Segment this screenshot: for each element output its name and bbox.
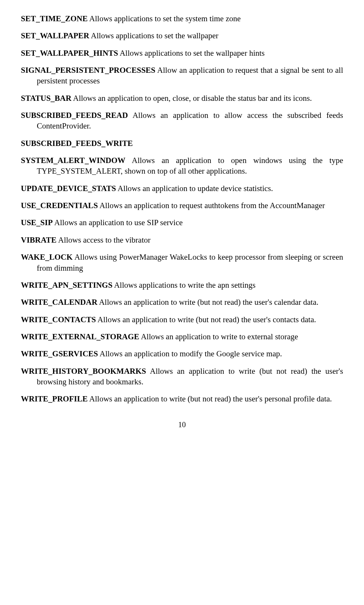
permission-description: Allows an application to modify the Goog… — [98, 349, 282, 358]
permission-description: Allows an application to open, close, or… — [71, 94, 312, 103]
permission-entry: WRITE_HISTORY_BOOKMARKS Allows an applic… — [21, 366, 343, 387]
permission-term: WRITE_APN_SETTINGS — [21, 281, 113, 290]
permission-description: Allows an application to write to extern… — [139, 332, 298, 341]
permission-term: USE_SIP — [21, 218, 53, 227]
permission-entry: WRITE_CONTACTS Allows an application to … — [21, 314, 343, 325]
permission-term: USE_CREDENTIALS — [21, 201, 98, 210]
permission-description: Allows applications to set the wallpaper — [89, 31, 218, 40]
permission-entry: WRITE_EXTERNAL_STORAGE Allows an applica… — [21, 331, 343, 342]
permission-description: Allows an application to write (but not … — [88, 394, 332, 403]
permission-term: WRITE_HISTORY_BOOKMARKS — [21, 367, 146, 376]
permission-entry: WRITE_APN_SETTINGS Allows applications t… — [21, 280, 343, 290]
permission-term: VIBRATE — [21, 235, 56, 245]
permission-term: STATUS_BAR — [21, 94, 71, 103]
permission-entry: UPDATE_DEVICE_STATS Allows an applicatio… — [21, 183, 343, 194]
permission-entry: SET_TIME_ZONE Allows applications to set… — [21, 13, 343, 24]
permission-description: Allows using PowerManager WakeLocks to k… — [37, 252, 343, 272]
permission-entry: WRITE_PROFILE Allows an application to w… — [21, 393, 343, 404]
permission-term: SIGNAL_PERSISTENT_PROCESSES — [21, 66, 155, 75]
permission-description: Allows an application to request authtok… — [98, 201, 325, 210]
permission-description: Allows applications to write the apn set… — [113, 281, 256, 290]
permission-entry: SET_WALLPAPER_HINTS Allows applications … — [21, 48, 343, 58]
permission-entry: SUBSCRIBED_FEEDS_READ Allows an applicat… — [21, 110, 343, 132]
permission-description: Allows an application to write (but not … — [96, 315, 316, 324]
permission-entry: USE_CREDENTIALS Allows an application to… — [21, 200, 343, 211]
permission-list: SET_TIME_ZONE Allows applications to set… — [21, 13, 343, 404]
permission-term: WRITE_GSERVICES — [21, 349, 98, 358]
permission-term: SET_WALLPAPER — [21, 31, 89, 40]
page-number: 10 — [21, 420, 343, 430]
permission-entry: WRITE_GSERVICES Allows an application to… — [21, 348, 343, 359]
permission-entry: WRITE_CALENDAR Allows an application to … — [21, 297, 343, 307]
permission-description: Allows an application to write (but not … — [97, 298, 318, 307]
permission-description: Allows applications to set the system ti… — [88, 14, 241, 23]
permission-term: WRITE_CONTACTS — [21, 315, 96, 324]
permission-description: Allows an application to update device s… — [116, 184, 273, 193]
permission-term: SET_WALLPAPER_HINTS — [21, 49, 118, 58]
permission-entry: STATUS_BAR Allows an application to open… — [21, 93, 343, 103]
permission-entry: VIBRATE Allows access to the vibrator — [21, 235, 343, 245]
permission-term: SUBSCRIBED_FEEDS_WRITE — [21, 139, 133, 148]
permission-term: SYSTEM_ALERT_WINDOW — [21, 156, 126, 165]
permission-entry: USE_SIP Allows an application to use SIP… — [21, 217, 343, 228]
permission-term: WRITE_EXTERNAL_STORAGE — [21, 332, 139, 341]
permission-entry: SET_WALLPAPER Allows applications to set… — [21, 30, 343, 41]
permission-term: WRITE_PROFILE — [21, 394, 88, 403]
permission-entry: SIGNAL_PERSISTENT_PROCESSES Allow an app… — [21, 65, 343, 86]
permission-description: Allows access to the vibrator — [56, 235, 151, 245]
permission-term: SET_TIME_ZONE — [21, 14, 88, 23]
permission-term: WAKE_LOCK — [21, 252, 73, 262]
permission-term: SUBSCRIBED_FEEDS_READ — [21, 111, 128, 120]
permission-description: Allows an application to use SIP service — [53, 218, 183, 227]
permission-entry: SYSTEM_ALERT_WINDOW Allows an applicatio… — [21, 155, 343, 177]
permission-entry: WAKE_LOCK Allows using PowerManager Wake… — [21, 252, 343, 273]
permission-entry: SUBSCRIBED_FEEDS_WRITE — [21, 138, 343, 149]
permission-term: UPDATE_DEVICE_STATS — [21, 184, 116, 193]
permission-description: Allows applications to set the wallpaper… — [118, 49, 265, 58]
permission-term: WRITE_CALENDAR — [21, 298, 97, 307]
